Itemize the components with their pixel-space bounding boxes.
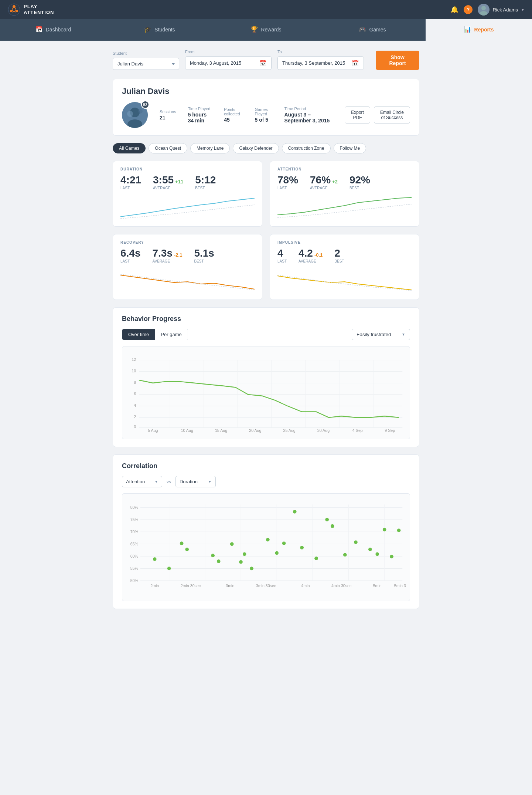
- svg-text:60%: 60%: [130, 554, 139, 558]
- from-date-input[interactable]: [190, 60, 256, 66]
- stat-time-played: Time Played 5 hours 34 min: [188, 106, 212, 124]
- logo-text: PLAY ATTENTION: [24, 4, 54, 15]
- svg-point-83: [343, 553, 347, 557]
- email-circle-button[interactable]: Email Circle of Success: [374, 106, 410, 124]
- svg-point-80: [314, 556, 318, 560]
- filter-bar: Student Julian Davis From 📅 To 📅 Show Re…: [113, 50, 419, 70]
- toggle-over-time[interactable]: Over time: [122, 329, 155, 340]
- svg-point-88: [390, 555, 393, 558]
- student-actions: Export PDF Email Circle of Success: [345, 106, 410, 124]
- svg-text:30 Aug: 30 Aug: [317, 428, 330, 433]
- tab-rewards[interactable]: 🏆 Rewards: [213, 19, 319, 41]
- impulsive-chart: [277, 268, 412, 294]
- metric-recovery: RECOVERY 6.4s LAST 7.3s -2.1 AVERAGE 5.1…: [113, 234, 262, 300]
- stat-points: Points collected 45: [224, 107, 243, 123]
- recovery-chart: [120, 268, 255, 294]
- student-name: Julian Davis: [122, 87, 410, 96]
- game-tab-all[interactable]: All Games: [113, 143, 146, 153]
- tab-reports[interactable]: 📊 Reports: [426, 19, 532, 41]
- svg-point-79: [300, 546, 304, 549]
- student-label: Student: [113, 51, 179, 55]
- svg-text:8: 8: [134, 380, 136, 385]
- svg-point-70: [217, 559, 221, 563]
- svg-point-66: [167, 567, 171, 571]
- recovery-title: RECOVERY: [120, 240, 255, 244]
- svg-point-67: [180, 541, 184, 545]
- svg-point-13: [127, 111, 133, 117]
- svg-point-2: [10, 10, 12, 12]
- chevron-down-icon: ▼: [154, 480, 158, 484]
- main-content: Student Julian Davis From 📅 To 📅 Show Re…: [102, 41, 430, 625]
- from-calendar-icon[interactable]: 📅: [259, 60, 267, 67]
- svg-point-77: [282, 541, 286, 545]
- tab-games[interactable]: 🎮 Games: [319, 19, 426, 41]
- recovery-last: 6.4s LAST: [120, 248, 141, 263]
- games-icon: 🎮: [359, 26, 366, 33]
- to-date-input[interactable]: [282, 60, 349, 66]
- notification-icon[interactable]: 🔔: [450, 6, 458, 14]
- svg-point-78: [293, 510, 297, 514]
- svg-point-9: [480, 11, 487, 16]
- svg-point-89: [397, 528, 401, 532]
- svg-text:75%: 75%: [130, 517, 139, 522]
- svg-point-81: [325, 518, 329, 521]
- svg-text:4min: 4min: [301, 583, 310, 588]
- x-axis-select-wrap[interactable]: Attention Duration Recovery ▼: [122, 476, 162, 487]
- svg-text:50%: 50%: [130, 578, 139, 583]
- tab-dashboard[interactable]: 📅 Dashboard: [0, 19, 106, 41]
- avatar: [478, 4, 490, 16]
- tab-reports-label: Reports: [474, 27, 494, 33]
- correlation-section: Correlation Attention Duration Recovery …: [113, 454, 419, 609]
- impulsive-title: IMPULSIVE: [277, 240, 412, 244]
- correlation-title: Correlation: [122, 462, 410, 470]
- svg-point-8: [481, 6, 486, 10]
- duration-last: 4:21 LAST: [120, 175, 141, 190]
- svg-text:9 Sep: 9 Sep: [385, 428, 395, 433]
- svg-text:5 Aug: 5 Aug: [148, 428, 158, 433]
- scatter-chart: 80% 75% 70% 65% 60% 55% 50%: [126, 500, 406, 596]
- game-tab-galaxy[interactable]: Galaxy Defender: [233, 143, 279, 153]
- behavior-toggle-group: Over time Per game: [122, 329, 188, 340]
- correlation-controls: Attention Duration Recovery ▼ vs Duratio…: [122, 476, 410, 487]
- svg-text:5min 30sec: 5min 30sec: [394, 583, 406, 588]
- svg-text:4 Sep: 4 Sep: [352, 428, 363, 433]
- svg-text:6: 6: [134, 392, 136, 396]
- to-date-wrap: 📅: [277, 56, 364, 70]
- chevron-down-icon: ▼: [521, 8, 525, 12]
- svg-text:15 Aug: 15 Aug: [215, 428, 227, 433]
- impulsive-values: 4 LAST 4.2 -0.1 AVERAGE 2 BEST: [277, 248, 412, 263]
- x-axis-select[interactable]: Attention Duration Recovery: [126, 479, 152, 484]
- toggle-per-game[interactable]: Per game: [155, 329, 187, 340]
- student-filter: Student Julian Davis: [113, 51, 179, 70]
- game-tab-construction[interactable]: Construction Zone: [282, 143, 331, 153]
- student-info: 52 Sessions 21 Time Played 5 hours 34 mi…: [122, 102, 410, 128]
- game-tab-ocean[interactable]: Ocean Quest: [149, 143, 187, 153]
- svg-text:5min: 5min: [373, 583, 382, 588]
- y-axis-select[interactable]: Duration Attention Recovery: [180, 479, 206, 484]
- students-icon: 🎓: [144, 26, 151, 33]
- student-select[interactable]: Julian Davis: [113, 58, 179, 70]
- svg-text:3min: 3min: [226, 583, 234, 588]
- help-badge[interactable]: ?: [464, 5, 473, 14]
- to-filter: To 📅: [277, 50, 364, 70]
- export-pdf-button[interactable]: Export PDF: [345, 106, 370, 124]
- scatter-chart-container: 80% 75% 70% 65% 60% 55% 50%: [122, 493, 410, 601]
- behavior-select[interactable]: Easily frustrated Impulsive Distracted: [357, 332, 399, 337]
- y-axis-select-wrap[interactable]: Duration Attention Recovery ▼: [175, 476, 216, 487]
- behavior-select-wrap[interactable]: Easily frustrated Impulsive Distracted ▼: [352, 329, 410, 340]
- to-calendar-icon[interactable]: 📅: [352, 60, 359, 67]
- game-tab-memory[interactable]: Memory Lane: [190, 143, 230, 153]
- svg-text:2: 2: [134, 415, 136, 419]
- user-name: Rick Adams: [492, 7, 518, 13]
- svg-point-86: [375, 552, 379, 556]
- show-report-button[interactable]: Show Report: [376, 51, 419, 70]
- impulsive-best: 2 BEST: [334, 248, 344, 263]
- game-tabs: All Games Ocean Quest Memory Lane Galaxy…: [113, 143, 419, 153]
- behavior-title: Behavior Progress: [122, 315, 410, 323]
- from-filter: From 📅: [185, 50, 272, 70]
- svg-point-73: [243, 552, 246, 556]
- user-menu[interactable]: Rick Adams ▼: [478, 4, 525, 16]
- tab-students[interactable]: 🎓 Students: [106, 19, 213, 41]
- attention-title: ATTENTION: [277, 167, 412, 171]
- game-tab-follow[interactable]: Follow Me: [334, 143, 366, 153]
